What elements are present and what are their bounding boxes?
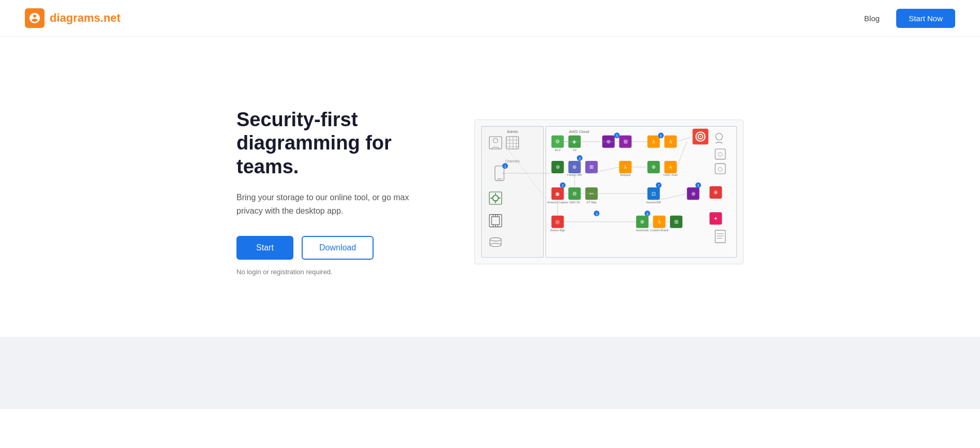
hero-note: No login or registration required. bbox=[236, 268, 433, 276]
diagram-preview: Admin AWS Cloud Channels bbox=[474, 120, 744, 264]
svg-text:⊞: ⊞ bbox=[674, 219, 678, 225]
svg-text:CDN / Auth: CDN / Auth bbox=[663, 173, 677, 176]
svg-text:DynamoDB: DynamoDB bbox=[646, 201, 661, 204]
svg-text:Custom Brand: Custom Brand bbox=[650, 229, 669, 232]
svg-text:IoT Map: IoT Map bbox=[586, 201, 597, 204]
logo[interactable]: diagrams.net bbox=[25, 8, 121, 28]
svg-text:EC2: EC2 bbox=[555, 148, 560, 152]
svg-text:⊛: ⊛ bbox=[572, 164, 576, 170]
svg-text:⊕: ⊕ bbox=[640, 219, 644, 225]
svg-text:S3: S3 bbox=[573, 148, 576, 152]
svg-text:AWS S3: AWS S3 bbox=[569, 201, 580, 204]
svg-text:λ: λ bbox=[624, 164, 627, 170]
svg-text:Device Mgs: Device Mgs bbox=[550, 229, 565, 232]
svg-text:⊛: ⊛ bbox=[691, 191, 695, 197]
start-button[interactable]: Start bbox=[236, 236, 293, 260]
svg-text:λ: λ bbox=[658, 219, 661, 225]
svg-text:λ: λ bbox=[669, 139, 672, 144]
svg-text:1: 1 bbox=[504, 165, 506, 168]
svg-point-57 bbox=[700, 136, 701, 137]
footer-section bbox=[0, 337, 980, 409]
svg-text:⬡: ⬡ bbox=[718, 151, 723, 157]
main-nav: Blog Start Now bbox=[864, 9, 955, 28]
svg-text:5: 5 bbox=[616, 134, 618, 138]
hero-content: Security-first diagramming for teams. Br… bbox=[236, 108, 433, 276]
svg-text:λ: λ bbox=[669, 164, 672, 170]
svg-text:6: 6 bbox=[660, 134, 662, 138]
svg-text:⊞: ⊞ bbox=[589, 164, 593, 170]
svg-text:⬡: ⬡ bbox=[718, 166, 723, 172]
svg-text:⊕: ⊕ bbox=[651, 164, 656, 170]
svg-text:⚙: ⚙ bbox=[572, 191, 577, 197]
svg-text:⊛: ⊛ bbox=[556, 164, 560, 170]
svg-text:Request: Request bbox=[620, 173, 631, 176]
logo-text: diagrams.net bbox=[50, 11, 121, 25]
svg-text:3: 3 bbox=[697, 184, 700, 187]
svg-text:4: 4 bbox=[578, 157, 581, 160]
svg-text:7: 7 bbox=[658, 184, 660, 187]
svg-text:◉: ◉ bbox=[555, 191, 560, 197]
svg-text:2: 2 bbox=[562, 184, 564, 187]
svg-text:⊡: ⊡ bbox=[651, 191, 656, 197]
hero-subtitle: Bring your storage to our online tool, o… bbox=[236, 191, 433, 217]
svg-text:AutoScale: AutoScale bbox=[636, 229, 649, 232]
svg-text:◎: ◎ bbox=[555, 219, 560, 225]
svg-text:⊞: ⊞ bbox=[623, 139, 628, 144]
start-now-button[interactable]: Start Now bbox=[896, 9, 955, 28]
diagram-svg: Admin AWS Cloud Channels bbox=[479, 124, 739, 260]
svg-text:AWS Cloud: AWS Cloud bbox=[569, 130, 589, 135]
svg-text:Admin: Admin bbox=[507, 130, 518, 135]
hero-title: Security-first diagramming for teams. bbox=[236, 108, 433, 179]
svg-text:✦: ✦ bbox=[714, 216, 718, 221]
svg-text:3: 3 bbox=[596, 212, 598, 216]
svg-text:λ: λ bbox=[652, 139, 655, 144]
hero-buttons: Start Download bbox=[236, 236, 433, 260]
nav-blog[interactable]: Blog bbox=[864, 14, 880, 23]
hero-section: Security-first diagramming for teams. Br… bbox=[0, 37, 980, 337]
logo-icon bbox=[25, 8, 44, 28]
svg-text:⊕: ⊕ bbox=[714, 189, 718, 195]
svg-text:⚙: ⚙ bbox=[555, 139, 560, 144]
svg-text:8: 8 bbox=[646, 212, 648, 216]
download-button[interactable]: Download bbox=[302, 236, 374, 260]
svg-text:Channels: Channels bbox=[506, 159, 520, 163]
